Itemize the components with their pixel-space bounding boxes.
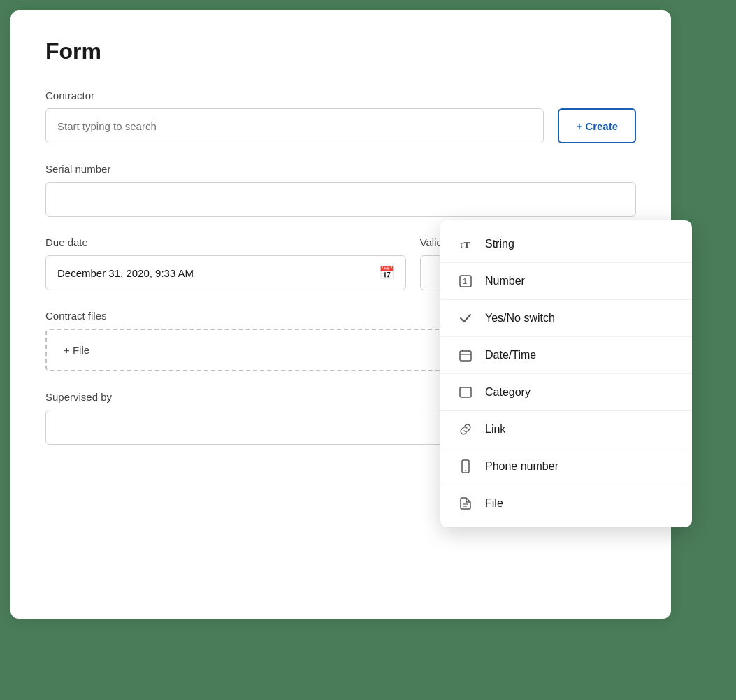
phone-icon [457,458,474,475]
dropdown-label-category: Category [485,386,531,399]
dropdown-item-phone[interactable]: Phone number [440,448,692,485]
number-icon: 1 [457,273,474,290]
add-file-button[interactable]: + File [64,344,89,356]
page-title: Form [45,38,636,64]
datetime-icon [457,347,474,364]
dropdown-item-category[interactable]: Category [440,374,692,411]
form-card: Form Contractor + Create Serial number D… [10,10,671,619]
due-date-wrapper: Due date December 31, 2020, 9:33 AM 📅 [45,236,406,290]
contractor-field: Contractor + Create [45,90,636,143]
dropdown-label-number: Number [485,275,525,287]
dropdown-item-string[interactable]: ↕T String [440,226,692,263]
yesno-icon [457,310,474,327]
dropdown-label-file: File [485,497,503,510]
dropdown-label-phone: Phone number [485,460,558,473]
serial-number-field: Serial number [45,163,636,217]
dropdown-label-yesno: Yes/No switch [485,312,555,324]
svg-text:↕T: ↕T [459,239,470,250]
due-date-label: Due date [45,236,406,248]
contractor-label: Contractor [45,90,636,101]
link-icon [457,421,474,438]
serial-number-input[interactable] [45,182,636,217]
svg-rect-3 [460,351,471,361]
contractor-row: + Create [45,108,636,143]
calendar-icon: 📅 [379,265,394,280]
type-dropdown-menu: ↕T String 1 Number Yes/No switch [440,220,692,527]
dropdown-label-link: Link [485,423,505,436]
contractor-search-input[interactable] [45,108,544,143]
dropdown-label-string: String [485,238,514,250]
dropdown-label-datetime: Date/Time [485,349,536,362]
svg-point-9 [465,470,466,471]
dropdown-item-yesno[interactable]: Yes/No switch [440,300,692,337]
dropdown-item-link[interactable]: Link [440,411,692,448]
category-icon [457,384,474,401]
due-date-input-container[interactable]: December 31, 2020, 9:33 AM 📅 [45,255,406,290]
dropdown-item-file[interactable]: File [440,485,692,522]
dropdown-item-datetime[interactable]: Date/Time [440,337,692,374]
dropdown-item-number[interactable]: 1 Number [440,263,692,300]
svg-text:1: 1 [463,277,467,285]
due-date-value: December 31, 2020, 9:33 AM [57,267,379,279]
file-icon [457,495,474,512]
create-button[interactable]: + Create [558,108,636,143]
serial-number-label: Serial number [45,163,636,175]
svg-rect-7 [460,387,471,397]
string-icon: ↕T [457,236,474,252]
